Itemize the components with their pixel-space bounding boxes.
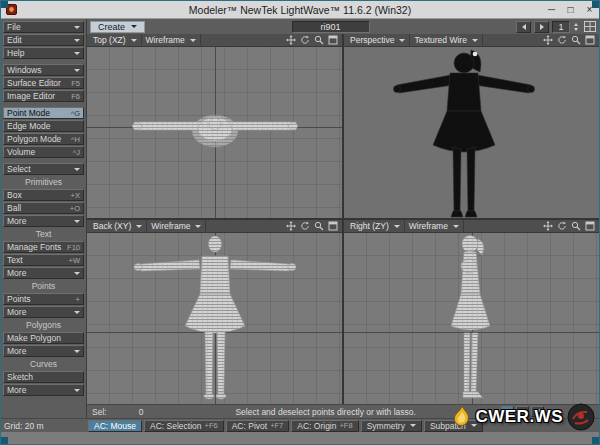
viewport-top-canvas[interactable] [87,47,342,218]
zoom-icon[interactable] [570,35,581,46]
sidebar-item-more[interactable]: More [3,267,84,279]
frame-corner [1,437,8,444]
zoom-icon[interactable] [313,35,324,46]
pan-icon[interactable] [285,35,296,46]
chevron-down-icon [131,39,137,42]
sidebar-item-label: Help [7,48,72,58]
chevron-down-icon [195,225,201,228]
tab-create[interactable]: Create [90,21,145,33]
shortcut-label: +W [69,256,80,265]
pan-icon[interactable] [542,221,553,232]
chevron-down-icon [74,168,80,171]
chevron-down-icon [453,225,459,228]
rotate-icon[interactable] [556,221,567,232]
sidebar-item-points[interactable]: Points+ [3,293,84,305]
sidebar-item-polygon-mode[interactable]: Polygon Mode^H [3,133,84,145]
sidebar-item-box[interactable]: Box+X [3,189,84,201]
viewport-view-select[interactable]: Top (XZ) [89,34,142,47]
rotate-icon[interactable] [556,35,567,46]
pan-icon[interactable] [285,221,296,232]
maximize-icon[interactable] [327,35,338,46]
sidebar-item-label: More [7,216,72,226]
sidebar-item-surface-editor[interactable]: Surface EditorF5 [3,77,84,89]
arrow-right-icon [540,24,544,30]
sidebar-item-more[interactable]: More [3,306,84,318]
sidebar-item-windows[interactable]: Windows [3,64,84,76]
sidebar-item-text[interactable]: Text+W [3,254,84,266]
previous-layer-button[interactable] [516,21,531,33]
viewport-titlebar: Perspective Textured Wire [344,34,599,47]
maximize-icon[interactable] [584,221,595,232]
sidebar-section-points: Points [3,281,84,292]
viewport-back: Back (XY) Wireframe [87,220,342,404]
rotate-icon[interactable] [299,221,310,232]
sidebar-item-edit[interactable]: Edit [3,34,84,46]
viewport-mode-label: Wireframe [151,221,190,231]
sidebar-item-manage-fonts[interactable]: Manage FontsF10 [3,241,84,253]
sidebar-item-point-mode[interactable]: Point Mode^G [3,107,84,119]
chevron-down-icon [399,39,405,42]
viewport-right-canvas[interactable] [344,233,599,404]
object-name-field[interactable]: ri901 [292,21,370,33]
maximize-icon[interactable] [584,35,595,46]
sidebar-item-file[interactable]: File [3,21,84,33]
sidebar-item-edge-mode[interactable]: Edge Mode [3,120,84,132]
arrow-left-icon [522,24,526,30]
watermark-logo [567,403,595,431]
pan-icon[interactable] [542,35,553,46]
zoom-icon[interactable] [570,221,581,232]
chevron-down-icon [410,424,416,427]
sidebar-item-label: Make Polygon [7,333,80,343]
sidebar-item-more[interactable]: More [3,384,84,396]
sidebar-item-volume[interactable]: Volume^J [3,146,84,158]
maximize-icon[interactable] [327,221,338,232]
sidebar-item-label: Windows [7,65,72,75]
sidebar-item-make-polygon[interactable]: Make Polygon [3,332,84,344]
viewport-mode-select[interactable]: Wireframe [405,220,464,233]
viewport-back-canvas[interactable] [87,233,342,404]
sidebar-item-help[interactable]: Help [3,47,84,59]
viewport-view-select[interactable]: Right (ZY) [346,220,405,233]
sidebar-item-sketch[interactable]: Sketch [3,371,84,383]
viewport-mode-select[interactable]: Wireframe [142,34,201,47]
bottom-button-label: Symmetry [367,421,405,431]
viewport-view-select[interactable]: Back (XY) [89,220,147,233]
viewport-titlebar: Top (XZ) Wireframe [87,34,342,47]
bottom-ac-mouse-button[interactable]: AC: Mouse [88,420,142,432]
title-bar[interactable]: Modeler™ NewTek LightWave™ 11.6.2 (Win32… [1,1,599,19]
sidebar-item-more[interactable]: More [3,215,84,227]
viewport-right: Right (ZY) Wireframe [344,220,599,404]
sidebar-section-primitives: Primitives [3,177,84,188]
bottom-ac-pivot-button[interactable]: AC: Pivot+F7 [226,420,290,432]
sidebar-item-select[interactable]: Select [3,163,84,175]
maximize-button[interactable]: □ [561,2,580,18]
sidebar-item-ball[interactable]: Ball+O [3,202,84,214]
sidebar-item-image-editor[interactable]: Image EditorF6 [3,90,84,102]
chevron-down-icon [74,350,80,353]
sidebar-item-label: Manage Fonts [7,242,65,252]
selection-count-label: Sel: [92,407,107,417]
model-right-view [440,234,504,402]
status-hint: Select and deselect points directly or w… [235,407,415,417]
bottom-ac-origin-button[interactable]: AC: Origin+F8 [291,420,358,432]
viewport-view-select[interactable]: Perspective [346,34,410,47]
bottom-symmetry-button[interactable]: Symmetry [361,420,422,432]
viewport-perspective: Perspective Textured Wire [344,34,599,218]
sidebar-item-label: File [7,22,72,32]
layer-stepper[interactable] [574,23,578,31]
layer-number-field[interactable]: 1 [552,21,570,33]
sidebar-item-more[interactable]: More [3,345,84,357]
rotate-icon[interactable] [299,35,310,46]
viewport-mode-select[interactable]: Wireframe [147,220,206,233]
bottom-ac-selection-button[interactable]: AC: Selection+F6 [144,420,224,432]
modeler-window: Modeler™ NewTek LightWave™ 11.6.2 (Win32… [0,0,600,445]
next-layer-button[interactable] [534,21,549,33]
viewport-mode-select[interactable]: Textured Wire [410,34,482,47]
chevron-down-icon [131,25,137,28]
viewport-view-label: Perspective [350,35,394,45]
layers-icon[interactable] [584,21,596,32]
minimize-button[interactable]: ─ [542,2,561,18]
viewport-perspective-canvas[interactable] [344,47,599,218]
window-title: Modeler™ NewTek LightWave™ 11.6.2 (Win32… [1,4,599,16]
zoom-icon[interactable] [313,221,324,232]
